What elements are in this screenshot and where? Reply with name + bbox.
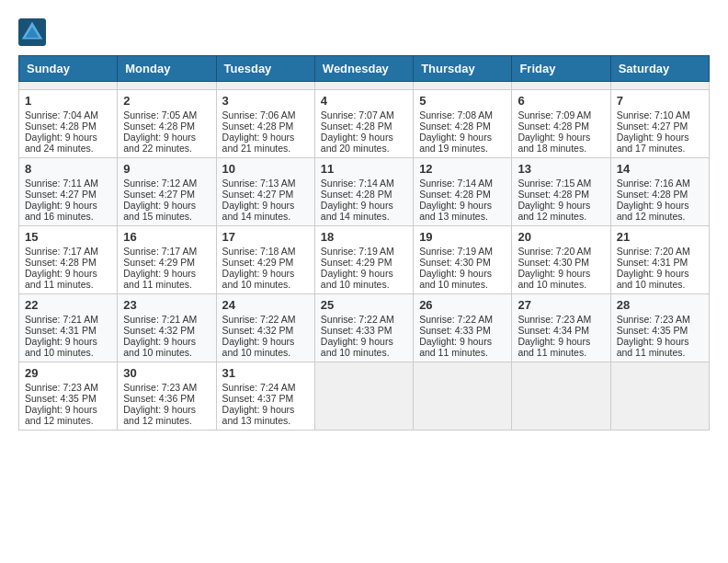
sunset-label: Sunset: 4:37 PM	[222, 393, 294, 404]
day-number: 21	[617, 230, 703, 244]
sunset-label: Sunset: 4:32 PM	[123, 325, 195, 336]
daylight-label: Daylight: 9 hours and 12 minutes.	[617, 200, 689, 222]
calendar-cell: 15 Sunrise: 7:17 AM Sunset: 4:28 PM Dayl…	[19, 226, 118, 294]
sunrise-label: Sunrise: 7:12 AM	[123, 178, 197, 189]
daylight-label: Daylight: 9 hours and 10 minutes.	[617, 268, 689, 290]
calendar-cell: 17 Sunrise: 7:18 AM Sunset: 4:29 PM Dayl…	[216, 226, 314, 294]
daylight-label: Daylight: 9 hours and 13 minutes.	[419, 200, 492, 222]
day-number: 31	[222, 366, 309, 380]
sunset-label: Sunset: 4:35 PM	[25, 393, 97, 404]
calendar-cell: 6 Sunrise: 7:09 AM Sunset: 4:28 PM Dayli…	[512, 90, 610, 158]
col-sunday: Sunday	[19, 56, 118, 82]
sunrise-label: Sunrise: 7:22 AM	[321, 314, 394, 325]
sunrise-label: Sunrise: 7:17 AM	[123, 246, 197, 257]
calendar-cell	[314, 82, 413, 90]
daylight-label: Daylight: 9 hours and 18 minutes.	[518, 132, 590, 154]
daylight-label: Daylight: 9 hours and 11 minutes.	[518, 336, 590, 358]
sunset-label: Sunset: 4:27 PM	[123, 189, 195, 200]
sunset-label: Sunset: 4:28 PM	[419, 121, 491, 132]
col-tuesday: Tuesday	[216, 56, 314, 82]
calendar-cell: 13 Sunrise: 7:15 AM Sunset: 4:28 PM Dayl…	[512, 158, 610, 226]
col-monday: Monday	[118, 56, 216, 82]
daylight-label: Daylight: 9 hours and 12 minutes.	[25, 404, 97, 426]
daylight-label: Daylight: 9 hours and 10 minutes.	[123, 336, 196, 358]
calendar-cell: 7 Sunrise: 7:10 AM Sunset: 4:27 PM Dayli…	[610, 90, 709, 158]
sunrise-label: Sunrise: 7:19 AM	[321, 246, 394, 257]
day-number: 26	[419, 298, 506, 312]
sunset-label: Sunset: 4:30 PM	[419, 257, 491, 268]
day-number: 20	[518, 230, 604, 244]
day-number: 29	[25, 366, 111, 380]
sunset-label: Sunset: 4:28 PM	[222, 121, 294, 132]
calendar-cell: 16 Sunrise: 7:17 AM Sunset: 4:29 PM Dayl…	[118, 226, 216, 294]
sunset-label: Sunset: 4:27 PM	[222, 189, 294, 200]
sunrise-label: Sunrise: 7:14 AM	[321, 178, 394, 189]
day-number: 11	[321, 162, 407, 176]
sunrise-label: Sunrise: 7:08 AM	[419, 109, 493, 121]
calendar-cell	[216, 82, 314, 90]
sunset-label: Sunset: 4:27 PM	[617, 121, 688, 132]
day-number: 13	[518, 162, 604, 176]
calendar-cell	[512, 362, 610, 431]
daylight-label: Daylight: 9 hours and 10 minutes.	[321, 336, 393, 358]
calendar-cell: 5 Sunrise: 7:08 AM Sunset: 4:28 PM Dayli…	[414, 90, 512, 158]
sunrise-label: Sunrise: 7:18 AM	[222, 246, 296, 257]
sunset-label: Sunset: 4:28 PM	[617, 189, 688, 200]
calendar-cell: 29 Sunrise: 7:23 AM Sunset: 4:35 PM Dayl…	[19, 362, 118, 431]
sunrise-label: Sunrise: 7:09 AM	[518, 109, 591, 121]
day-number: 14	[617, 162, 703, 176]
day-number: 22	[25, 298, 111, 312]
calendar-week-row: 22 Sunrise: 7:21 AM Sunset: 4:31 PM Dayl…	[19, 294, 710, 362]
calendar-cell: 19 Sunrise: 7:19 AM Sunset: 4:30 PM Dayl…	[414, 226, 512, 294]
sunrise-label: Sunrise: 7:22 AM	[419, 314, 493, 325]
sunrise-label: Sunrise: 7:17 AM	[25, 246, 98, 257]
calendar-cell	[610, 362, 709, 431]
col-thursday: Thursday	[414, 56, 512, 82]
sunrise-label: Sunrise: 7:13 AM	[222, 178, 296, 189]
calendar-cell: 2 Sunrise: 7:05 AM Sunset: 4:28 PM Dayli…	[118, 90, 216, 158]
sunrise-label: Sunrise: 7:07 AM	[321, 109, 394, 121]
day-number: 12	[419, 162, 506, 176]
daylight-label: Daylight: 9 hours and 11 minutes.	[123, 268, 196, 290]
daylight-label: Daylight: 9 hours and 10 minutes.	[518, 268, 590, 290]
day-number: 16	[123, 230, 210, 244]
day-number: 19	[419, 230, 506, 244]
calendar-cell: 30 Sunrise: 7:23 AM Sunset: 4:36 PM Dayl…	[118, 362, 216, 431]
daylight-label: Daylight: 9 hours and 11 minutes.	[617, 336, 689, 358]
daylight-label: Daylight: 9 hours and 10 minutes.	[419, 268, 492, 290]
calendar-cell: 20 Sunrise: 7:20 AM Sunset: 4:30 PM Dayl…	[512, 226, 610, 294]
sunset-label: Sunset: 4:28 PM	[518, 189, 589, 200]
sunset-label: Sunset: 4:28 PM	[419, 189, 491, 200]
day-number: 2	[123, 94, 210, 108]
calendar-cell	[610, 82, 709, 90]
calendar-cell: 8 Sunrise: 7:11 AM Sunset: 4:27 PM Dayli…	[19, 158, 118, 226]
sunset-label: Sunset: 4:27 PM	[25, 189, 97, 200]
day-number: 8	[25, 162, 111, 176]
sunrise-label: Sunrise: 7:21 AM	[25, 314, 98, 325]
calendar-table: Sunday Monday Tuesday Wednesday Thursday…	[18, 55, 710, 431]
day-number: 3	[222, 94, 309, 108]
day-number: 24	[222, 298, 309, 312]
calendar-cell: 12 Sunrise: 7:14 AM Sunset: 4:28 PM Dayl…	[414, 158, 512, 226]
sunset-label: Sunset: 4:28 PM	[321, 189, 392, 200]
daylight-label: Daylight: 9 hours and 14 minutes.	[321, 200, 393, 222]
calendar-cell	[19, 82, 118, 90]
calendar-week-row: 8 Sunrise: 7:11 AM Sunset: 4:27 PM Dayli…	[19, 158, 710, 226]
calendar-cell: 24 Sunrise: 7:22 AM Sunset: 4:32 PM Dayl…	[216, 294, 314, 362]
sunrise-label: Sunrise: 7:23 AM	[617, 314, 690, 325]
calendar-week-row	[19, 82, 710, 90]
sunset-label: Sunset: 4:28 PM	[25, 257, 97, 268]
calendar-week-row: 15 Sunrise: 7:17 AM Sunset: 4:28 PM Dayl…	[19, 226, 710, 294]
calendar-cell: 31 Sunrise: 7:24 AM Sunset: 4:37 PM Dayl…	[216, 362, 314, 431]
sunset-label: Sunset: 4:28 PM	[123, 121, 195, 132]
daylight-label: Daylight: 9 hours and 12 minutes.	[518, 200, 590, 222]
day-number: 15	[25, 230, 111, 244]
sunset-label: Sunset: 4:31 PM	[617, 257, 688, 268]
sunset-label: Sunset: 4:34 PM	[518, 325, 589, 336]
sunrise-label: Sunrise: 7:24 AM	[222, 382, 296, 393]
calendar-cell	[512, 82, 610, 90]
sunrise-label: Sunrise: 7:20 AM	[518, 246, 591, 257]
calendar-cell: 9 Sunrise: 7:12 AM Sunset: 4:27 PM Dayli…	[118, 158, 216, 226]
calendar-cell	[314, 362, 413, 431]
daylight-label: Daylight: 9 hours and 10 minutes.	[25, 336, 97, 358]
